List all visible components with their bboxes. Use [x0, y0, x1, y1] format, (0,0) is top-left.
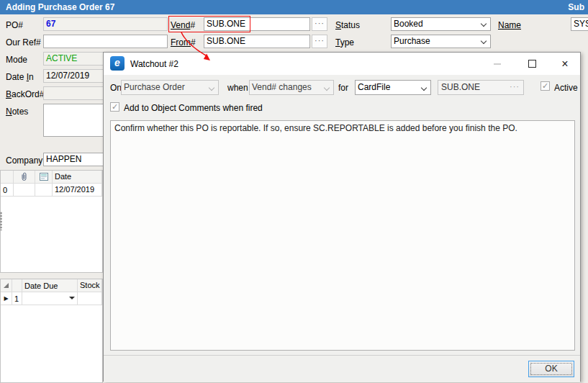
stock-cell[interactable]	[78, 292, 102, 305]
maximize-button[interactable]	[521, 53, 543, 75]
maximize-icon	[528, 60, 536, 68]
dialog-titlebar[interactable]: e Watchout #2 ×	[104, 53, 580, 75]
items-grid: Date 0 12/07/2019	[0, 170, 103, 273]
mode-label: Mode	[6, 55, 27, 65]
on-combo: Purchase Order	[121, 80, 219, 95]
chevron-down-icon	[421, 85, 427, 91]
chevron-down-icon	[481, 38, 487, 44]
po-label: PO#	[6, 20, 23, 30]
items-grid-date-header[interactable]: Date	[53, 171, 102, 183]
minimize-icon	[494, 63, 501, 65]
lookup-ellipsis-icon: ···	[510, 81, 520, 92]
jim2-app-icon: e	[110, 56, 125, 71]
window-titlebar[interactable]: Adding Purchase Order 67 Sub	[0, 0, 588, 14]
date-due-cell[interactable]	[22, 292, 78, 305]
watchout-message-text[interactable]: Confirm whether this PO is reportable. I…	[110, 120, 575, 351]
po-field: 67	[43, 17, 168, 31]
items-grid-corner	[1, 171, 14, 183]
dialog-title: Watchout #2	[130, 59, 178, 69]
stock-grid-row[interactable]: ▶ 1	[1, 292, 102, 305]
on-label: On	[110, 83, 122, 93]
chevron-down-icon	[481, 21, 487, 27]
date-cell: 12/07/2019	[53, 184, 102, 196]
name-label: Name	[498, 20, 521, 30]
vend-field[interactable]: SUB.ONE	[204, 17, 310, 31]
watchout-dialog: e Watchout #2 × On Purchase Order when V…	[103, 52, 581, 382]
from-lookup-button[interactable]: ···	[312, 35, 327, 48]
close-icon: ×	[561, 58, 568, 70]
row-index: 1	[12, 292, 22, 305]
notes-label: Notes	[6, 107, 28, 117]
close-button[interactable]: ×	[554, 53, 576, 75]
our-ref-label: Our Ref#	[6, 37, 41, 48]
for-combo[interactable]: CardFile	[355, 80, 431, 95]
active-checkbox: ✓	[540, 81, 550, 91]
stock-grid-header[interactable]: Date Due Stock	[1, 279, 102, 292]
splitter-handle[interactable]	[0, 212, 2, 230]
items-grid-header[interactable]: Date	[1, 171, 102, 184]
chevron-down-icon	[209, 85, 214, 91]
status-combo[interactable]: Booked	[391, 17, 491, 31]
from-field[interactable]: SUB.ONE	[204, 35, 310, 48]
app-screen: Adding Purchase Order 67 Sub PO# Our Ref…	[0, 0, 588, 383]
type-combo[interactable]: Purchase	[391, 35, 491, 48]
stock-header[interactable]: Stock	[78, 279, 102, 292]
ok-button[interactable]: OK	[528, 361, 574, 377]
name-field[interactable]: SYS	[571, 17, 588, 31]
add-comments-label: Add to Object Comments when fired	[124, 103, 263, 113]
status-label: Status	[335, 20, 360, 30]
dropdown-arrow-icon[interactable]	[69, 297, 75, 299]
company-label: Company	[6, 156, 42, 166]
active-label: Active	[554, 83, 578, 93]
window-title: Adding Purchase Order 67	[6, 2, 114, 12]
items-grid-row[interactable]: 0 12/07/2019	[1, 184, 102, 197]
date-due-header[interactable]: Date Due	[22, 279, 78, 292]
type-label: Type	[335, 37, 354, 48]
grid-corner-icon	[1, 279, 12, 292]
vend-label: Vend#	[171, 20, 195, 30]
date-in-label: Date In	[6, 72, 34, 82]
backord-label: BackOrd#	[6, 89, 44, 99]
our-ref-field[interactable]	[43, 35, 168, 48]
for-label: for	[338, 83, 348, 93]
marker-column-header	[12, 279, 22, 292]
attachment-cell	[14, 184, 35, 196]
dialog-footer: OK	[104, 355, 580, 382]
minimize-button	[487, 53, 508, 75]
chevron-down-icon	[324, 85, 330, 91]
vend-lookup-button[interactable]: ···	[312, 17, 327, 31]
when-combo: Vend# changes	[249, 80, 334, 95]
row-marker-icon: ▶	[1, 292, 12, 305]
note-cell	[35, 184, 53, 196]
from-label: From#	[171, 37, 196, 48]
window-title-badge: Sub	[568, 0, 584, 14]
paperclip-icon	[14, 171, 35, 183]
note-icon	[35, 171, 53, 183]
add-comments-checkbox: ✓	[110, 102, 119, 112]
stock-grid: Date Due Stock ▶ 1	[0, 279, 103, 383]
row-index: 0	[1, 184, 14, 196]
when-label: when	[227, 83, 248, 93]
cardfile-field: SUB.ONE···	[438, 80, 524, 95]
